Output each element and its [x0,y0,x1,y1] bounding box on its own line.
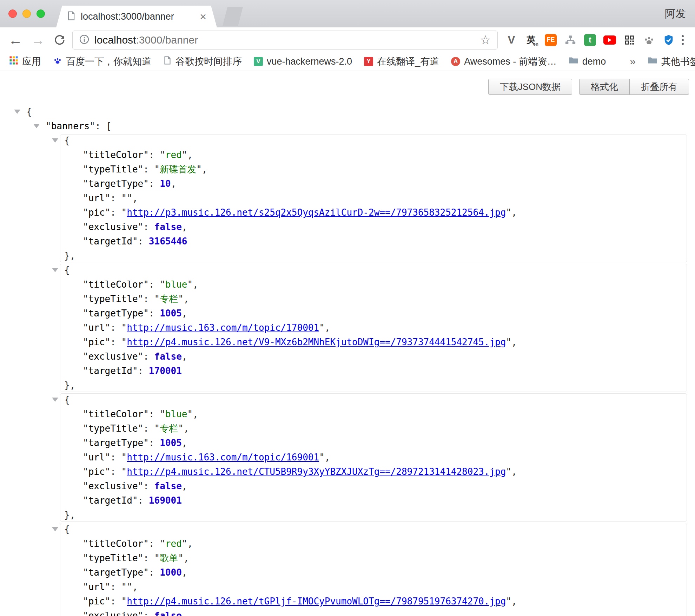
json-property: "pic": "http://p4.music.126.net/CTU5B9R9… [83,465,687,479]
json-property: "exclusive": false, [83,220,687,234]
reload-button[interactable] [53,34,66,46]
json-object-close: }, [64,378,687,393]
json-object-open: { [64,393,687,407]
json-property: "titleColor": "blue", [83,407,687,421]
close-window-button[interactable] [8,9,17,18]
json-banners-key: "banners": [ [46,119,687,133]
url-path: :3000/banner [136,34,198,46]
json-property: "targetType": 1005, [83,436,687,450]
json-property: "targetType": 10, [83,177,687,191]
json-root-open: { [26,105,687,119]
window-controls [8,9,45,18]
bookmark-folder-demo[interactable]: demo [569,56,606,67]
json-property: "typeTitle": "专栏", [83,292,687,306]
bookmark-label: 应用 [22,55,41,68]
v-extension-icon[interactable]: V [505,33,518,47]
bookmarks-bar: 应用 百度一下，你就知道 谷歌按时间排序 V vue-hackernews-2.… [0,52,695,71]
vue-icon: V [254,57,263,66]
json-viewer: { "banners": [ {"titleColor": "red","typ… [26,105,687,616]
json-property: "typeTitle": "新碟首发", [83,162,687,177]
bookmark-label: vue-hackernews-2.0 [267,56,352,67]
page-icon [163,56,172,67]
json-property: "url": "http://music.163.com/m/topic/170… [83,321,687,335]
profile-name[interactable]: 阿发 [665,7,686,21]
collapse-toggle-icon[interactable] [52,138,58,143]
json-property: "targetType": 1000, [83,565,687,580]
t-extension-icon[interactable]: t [583,33,597,47]
browser-toolbar: ← → localhost:3000/banner ☆ V 英en FE t [0,27,695,52]
bookmark-label: 谷歌按时间排序 [176,55,242,68]
json-link[interactable]: http://p4.music.126.net/tGPljf-IMOCyPvum… [127,596,506,607]
baidu-paw-icon [53,56,62,67]
bookmark-apps[interactable]: 应用 [9,55,41,68]
collapse-toggle-icon[interactable] [52,398,58,402]
org-chart-extension-icon[interactable] [564,33,577,47]
paw-extension-icon[interactable] [642,33,656,47]
folder-icon [648,56,657,67]
json-property: "titleColor": "blue", [83,277,687,292]
json-property: "pic": "http://p4.music.126.net/V9-MXz6b… [83,335,687,349]
collapse-toggle-icon[interactable] [52,268,58,272]
json-property: "targetId": 3165446 [83,234,687,249]
json-object-open: { [64,263,687,277]
bookmark-label: 在线翻译_有道 [377,55,439,68]
page-info-icon[interactable] [79,34,90,46]
json-property: "targetType": 1005, [83,306,687,321]
json-array-item: {"titleColor": "blue","typeTitle": "专栏",… [64,393,687,522]
tab-bar: localhost:3000/banner × 阿发 [0,0,695,27]
bookmark-awesomes[interactable]: A Awesomes - 前端资… [451,55,557,68]
json-array-item: {"titleColor": "red","typeTitle": "歌单","… [64,522,687,616]
zoom-window-button[interactable] [37,9,45,18]
bookmark-star-icon[interactable]: ☆ [480,34,491,46]
bookmark-label: 其他书签 [661,55,695,68]
url-text: localhost:3000/banner [94,34,198,46]
bookmark-baidu[interactable]: 百度一下，你就知道 [53,55,151,68]
json-object-close: }, [64,249,687,263]
format-button[interactable]: 格式化 [579,79,630,95]
json-property: "url": "", [83,580,687,594]
back-button[interactable]: ← [8,33,22,47]
collapse-all-button[interactable]: 折叠所有 [629,79,689,95]
bookmark-label: 百度一下，你就知道 [66,55,151,68]
browser-menu-icon[interactable] [680,34,685,46]
format-collapse-group: 格式化 折叠所有 [579,79,689,95]
json-link[interactable]: http://p3.music.126.net/s25q2x5QyqsAzilC… [127,207,506,218]
tab-title: localhost:3000/banner [81,11,196,22]
json-object-open: { [64,522,687,537]
json-array-item: {"titleColor": "red","typeTitle": "新碟首发"… [64,133,687,263]
json-toolbox: 下载JSON数据 格式化 折叠所有 [488,79,689,95]
collapse-toggle-icon[interactable] [52,527,58,531]
awesomes-icon: A [451,57,460,66]
shield-check-extension-icon[interactable] [662,33,675,47]
minimize-window-button[interactable] [22,9,31,18]
json-property: "url": "", [83,191,687,205]
json-link[interactable]: http://p4.music.126.net/CTU5B9R9y3XyYBZX… [127,466,506,477]
json-link[interactable]: http://p4.music.126.net/V9-MXz6b2MNhEKju… [127,337,506,347]
browser-tab[interactable]: localhost:3000/banner × [56,6,217,27]
address-bar[interactable]: localhost:3000/banner ☆ [72,31,498,50]
json-link[interactable]: http://music.163.com/m/topic/170001 [127,322,319,333]
bookmarks-overflow-chevron[interactable]: » [630,55,636,67]
youtube-extension-icon[interactable] [603,33,616,47]
bookmark-google-sort[interactable]: 谷歌按时间排序 [163,55,242,68]
json-property: "exclusive": false, [83,609,687,616]
bookmark-youdao[interactable]: Y 在线翻译_有道 [364,55,439,68]
forward-button[interactable]: → [31,33,45,47]
json-property: "url": "http://music.163.com/m/topic/169… [83,450,687,465]
bookmark-vue-hackernews[interactable]: V vue-hackernews-2.0 [254,56,352,67]
url-host: localhost [94,34,136,46]
collapse-toggle-icon[interactable] [33,124,40,128]
collapse-toggle-icon[interactable] [14,110,20,114]
bookmark-other-bookmarks[interactable]: 其他书签 [648,55,695,68]
fe-extension-icon[interactable]: FE [544,33,557,47]
json-link[interactable]: http://music.163.com/m/topic/169001 [127,452,319,463]
json-property: "exclusive": false, [83,479,687,493]
bookmark-label: demo [582,56,606,67]
new-tab-button[interactable] [223,7,243,26]
tab-close-icon[interactable]: × [200,11,206,22]
translate-extension-icon[interactable]: 英en [524,33,538,47]
json-property: "typeTitle": "歌单", [83,551,687,565]
qr-code-extension-icon[interactable] [623,33,636,47]
extension-icons: V 英en FE t [505,33,675,47]
download-json-button[interactable]: 下载JSON数据 [488,79,572,95]
